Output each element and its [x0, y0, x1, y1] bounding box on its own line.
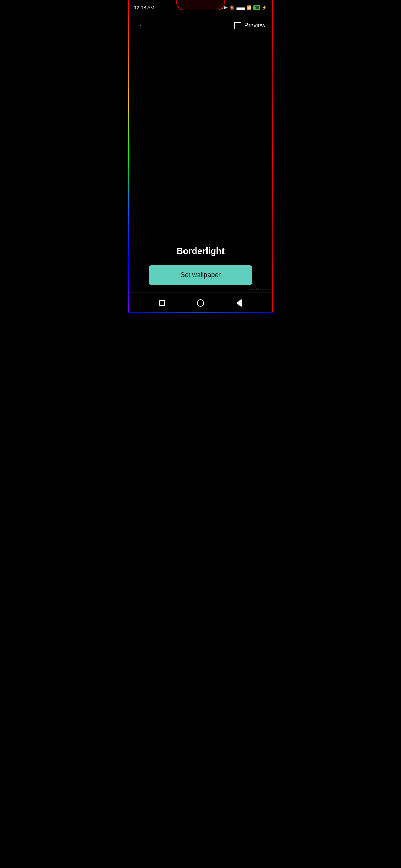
status-time: 12:13 AM [134, 5, 154, 10]
preview-label: Preview [244, 22, 265, 29]
battery-level: 48 [253, 5, 260, 10]
preview-button[interactable]: Preview [234, 22, 265, 29]
back-nav-button[interactable] [231, 296, 246, 310]
recent-apps-button[interactable] [155, 296, 170, 310]
wallpaper-preview-area [128, 38, 273, 249]
square-icon [159, 300, 165, 306]
back-button[interactable]: ← [136, 18, 150, 33]
right-border-glow [272, 0, 273, 313]
home-icon [197, 299, 204, 307]
notch [176, 0, 225, 10]
back-triangle-icon [236, 299, 242, 307]
bottom-panel: Borderlight Set wallpaper [128, 237, 273, 292]
bottom-border-glow [128, 312, 273, 313]
phone-frame: 12:13 AM 0.2KB/s 🔕 ▄▄▄ 📶 48 ⚡ ← Preview … [128, 0, 273, 313]
signal-mute-icon: 🔕 [229, 5, 235, 10]
left-border-glow [128, 0, 129, 313]
preview-icon [234, 22, 241, 29]
home-button[interactable] [193, 296, 208, 310]
nav-bar [128, 292, 273, 313]
charging-icon: ⚡ [262, 5, 267, 10]
signal-bars-icon: ▄▄▄ [236, 5, 245, 10]
watermark: www.fr4am.com [249, 287, 270, 291]
wifi-icon: 📶 [247, 5, 252, 10]
set-wallpaper-button[interactable]: Set wallpaper [149, 265, 252, 285]
app-title: Borderlight [136, 246, 265, 256]
top-nav: ← Preview [128, 13, 273, 38]
